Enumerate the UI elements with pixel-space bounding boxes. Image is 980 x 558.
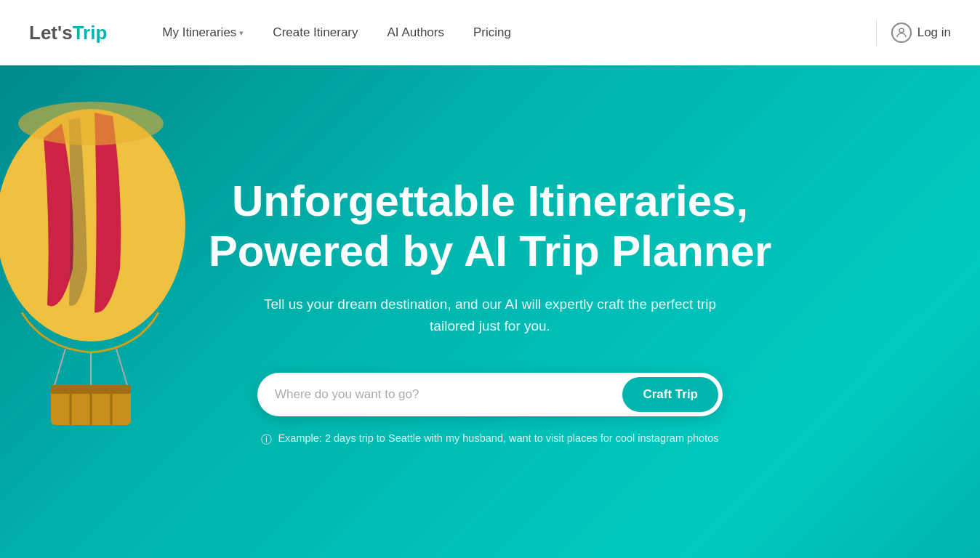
nav-my-itineraries[interactable]: My Itineraries ▾ <box>150 20 255 46</box>
user-icon <box>891 23 912 43</box>
login-button[interactable]: Log in <box>891 23 951 43</box>
hero-subtitle: Tell us your dream destination, and our … <box>257 294 723 338</box>
destination-search-input[interactable] <box>275 387 622 402</box>
nav-ai-authors[interactable]: AI Authors <box>376 20 456 46</box>
nav-pricing[interactable]: Pricing <box>462 20 523 46</box>
example-hint: ⓘ Example: 2 days trip to Seattle with m… <box>261 431 718 448</box>
logo-lets: Let's <box>29 22 73 44</box>
hero-content: Unforgettable Itineraries, Powered by AI… <box>0 65 980 558</box>
info-icon: ⓘ <box>261 432 272 448</box>
logo-trip: Trip <box>73 22 108 44</box>
navbar: Let'sTrip My Itineraries ▾ Create Itiner… <box>0 0 980 65</box>
login-label: Log in <box>917 25 951 40</box>
svg-point-0 <box>899 28 904 33</box>
craft-trip-button[interactable]: Craft Trip <box>622 377 718 412</box>
search-bar: Craft Trip <box>257 373 723 416</box>
nav-divider <box>876 20 877 46</box>
nav-links: My Itineraries ▾ Create Itinerary AI Aut… <box>150 20 875 46</box>
chevron-down-icon: ▾ <box>239 28 244 38</box>
hero-section: Unforgettable Itineraries, Powered by AI… <box>0 65 980 558</box>
logo[interactable]: Let'sTrip <box>29 22 107 44</box>
hero-title: Unforgettable Itineraries, Powered by AI… <box>209 176 772 276</box>
nav-create-itinerary[interactable]: Create Itinerary <box>261 20 369 46</box>
